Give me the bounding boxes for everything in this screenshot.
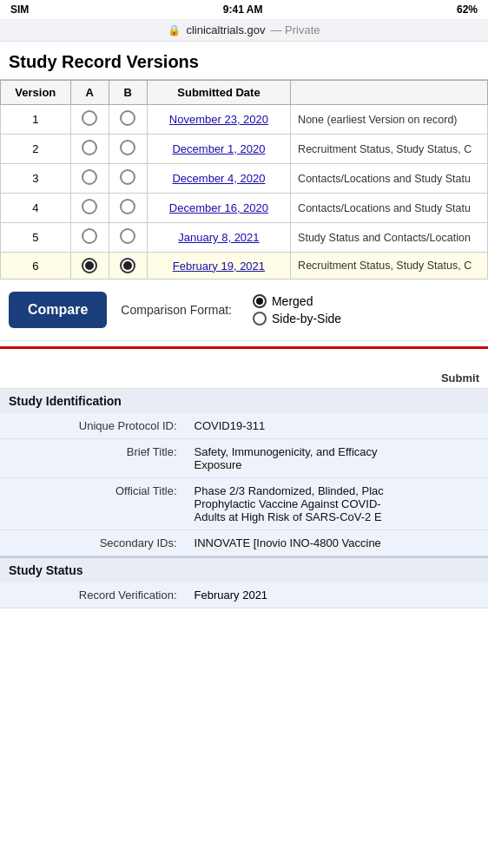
radio-a-cell[interactable] xyxy=(70,135,109,164)
radio-a-cell[interactable] xyxy=(70,223,109,253)
page-title: Study Record Versions xyxy=(0,42,488,80)
version-num: 5 xyxy=(1,223,71,253)
page: Study Record Versions Version A B Submit… xyxy=(0,42,488,608)
radio-b-cell[interactable] xyxy=(109,105,147,135)
changes-text: Study Status and Contacts/Location xyxy=(291,223,488,253)
changes-text: Contacts/Locations and Study Statu xyxy=(291,164,488,194)
changes-text: None (earliest Version on record) xyxy=(291,105,488,135)
changes-text: Recruitment Status, Study Status, C xyxy=(291,135,488,164)
radio-b[interactable] xyxy=(120,258,135,273)
format-label-merged: Merged xyxy=(272,294,313,308)
radio-merged[interactable] xyxy=(253,294,267,308)
submitted-date[interactable]: December 16, 2020 xyxy=(147,194,290,223)
field-label: Brief Title: xyxy=(0,439,186,478)
study-status-row: Record Verification:February 2021 xyxy=(0,582,488,608)
col-header-date: Submitted Date xyxy=(147,81,290,105)
status-right: 62% xyxy=(457,3,478,16)
status-left: SIM xyxy=(10,3,29,16)
status-bar: SIM 9:41 AM 62% xyxy=(0,0,488,19)
comparison-format-label: Comparison Format: xyxy=(121,303,232,317)
field-value: Safety, Immunogenicity, and EfficacyExpo… xyxy=(186,439,488,478)
private-text: — Private xyxy=(270,23,320,36)
radio-b[interactable] xyxy=(120,169,135,185)
field-label: Unique Protocol ID: xyxy=(0,413,186,439)
study-identification-title: Study Identification xyxy=(0,389,488,413)
study-section: Submit Study Identification Unique Proto… xyxy=(0,368,488,608)
study-id-row: Unique Protocol ID:COVID19-311 xyxy=(0,413,488,439)
submitted-date[interactable]: November 23, 2020 xyxy=(147,105,290,135)
submitted-date[interactable]: February 19, 2021 xyxy=(147,253,290,279)
study-status-table: Record Verification:February 2021 xyxy=(0,582,488,608)
field-label: Official Title: xyxy=(0,478,186,530)
field-label: Secondary IDs: xyxy=(0,530,186,556)
divider-space xyxy=(0,351,488,368)
radio-b-cell[interactable] xyxy=(109,253,147,279)
format-label-sidebyside: Side-by-Side xyxy=(272,312,341,326)
radio-b[interactable] xyxy=(120,199,135,214)
version-num: 3 xyxy=(1,164,71,194)
url-text: clinicaltrials.gov xyxy=(186,23,265,36)
field-value: February 2021 xyxy=(186,582,488,608)
lock-icon: 🔒 xyxy=(168,24,181,36)
submitted-date[interactable]: December 4, 2020 xyxy=(147,164,290,194)
study-id-row: Brief Title:Safety, Immunogenicity, and … xyxy=(0,439,488,478)
radio-b[interactable] xyxy=(120,140,135,155)
radio-b-cell[interactable] xyxy=(109,164,147,194)
field-value: Phase 2/3 Randomized, Blinded, PlacProph… xyxy=(186,478,488,530)
table-row: 6February 19, 2021Recruitment Status, St… xyxy=(1,253,488,279)
table-row: 2December 1, 2020Recruitment Status, Stu… xyxy=(1,135,488,164)
compare-section: Compare Comparison Format: Merged Side-b… xyxy=(0,279,488,341)
submit-header: Submit xyxy=(0,368,488,389)
radio-a[interactable] xyxy=(82,110,97,126)
format-option-sidebyside[interactable]: Side-by-Side xyxy=(253,312,341,326)
radio-a[interactable] xyxy=(82,199,97,214)
changes-text: Contacts/Locations and Study Statu xyxy=(291,194,488,223)
format-option-merged[interactable]: Merged xyxy=(253,294,341,308)
format-options: Merged Side-by-Side xyxy=(253,294,341,326)
radio-a[interactable] xyxy=(82,169,97,185)
radio-a[interactable] xyxy=(82,140,97,155)
radio-a-cell[interactable] xyxy=(70,194,109,223)
submitted-date[interactable]: December 1, 2020 xyxy=(147,135,290,164)
radio-b[interactable] xyxy=(120,110,135,126)
version-num: 1 xyxy=(1,105,71,135)
col-header-b: B xyxy=(109,81,147,105)
red-divider xyxy=(0,346,488,349)
study-identification-table: Unique Protocol ID:COVID19-311Brief Titl… xyxy=(0,413,488,556)
study-status-title: Study Status xyxy=(0,556,488,582)
field-value: INNOVATE [Inovio INO-4800 Vaccine xyxy=(186,530,488,556)
radio-a-cell[interactable] xyxy=(70,164,109,194)
study-id-row: Secondary IDs:INNOVATE [Inovio INO-4800 … xyxy=(0,530,488,556)
version-num: 6 xyxy=(1,253,71,279)
radio-a[interactable] xyxy=(82,228,97,244)
radio-b[interactable] xyxy=(120,228,135,244)
url-bar[interactable]: 🔒 clinicaltrials.gov — Private xyxy=(0,19,488,42)
col-header-version: Version xyxy=(1,81,71,105)
version-num: 2 xyxy=(1,135,71,164)
table-row: 3December 4, 2020Contacts/Locations and … xyxy=(1,164,488,194)
submitted-date[interactable]: January 8, 2021 xyxy=(147,223,290,253)
version-num: 4 xyxy=(1,194,71,223)
radio-a-cell[interactable] xyxy=(70,253,109,279)
table-row: 5January 8, 2021Study Status and Contact… xyxy=(1,223,488,253)
radio-a[interactable] xyxy=(82,258,97,273)
col-header-changes xyxy=(291,81,488,105)
versions-table: Version A B Submitted Date 1November 23,… xyxy=(0,80,488,279)
table-row: 1November 23, 2020None (earliest Version… xyxy=(1,105,488,135)
radio-b-cell[interactable] xyxy=(109,194,147,223)
study-id-row: Official Title:Phase 2/3 Randomized, Bli… xyxy=(0,478,488,530)
compare-button[interactable]: Compare xyxy=(9,292,107,328)
status-time: 9:41 AM xyxy=(223,3,263,16)
table-row: 4December 16, 2020Contacts/Locations and… xyxy=(1,194,488,223)
radio-b-cell[interactable] xyxy=(109,135,147,164)
field-label: Record Verification: xyxy=(0,582,186,608)
radio-sidebyside[interactable] xyxy=(253,312,267,326)
radio-b-cell[interactable] xyxy=(109,223,147,253)
col-header-a: A xyxy=(70,81,109,105)
field-value: COVID19-311 xyxy=(186,413,488,439)
radio-a-cell[interactable] xyxy=(70,105,109,135)
changes-text: Recruitment Status, Study Status, C xyxy=(291,253,488,279)
